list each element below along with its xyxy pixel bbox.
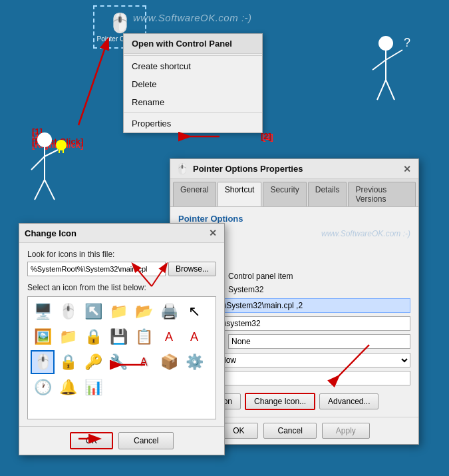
change-icon-dialog: Change Icon ✕ Look for icons in this fil… [19, 223, 225, 455]
context-menu-divider-2 [124, 113, 262, 113]
change-icon-close-button[interactable]: ✕ [207, 227, 219, 239]
props-location-value: System32 [228, 285, 263, 294]
context-menu-properties[interactable]: Properties [124, 115, 262, 132]
ci-icon-14[interactable]: 🖱️ [31, 350, 55, 374]
watermark-top: www.SoftwareOK.com :-) [133, 12, 252, 23]
ci-icon-23[interactable]: 📊 [81, 375, 105, 399]
tab-details[interactable]: Details [308, 182, 347, 206]
ci-icon-6[interactable]: ↖ [182, 300, 206, 324]
ci-icon-12[interactable]: A [157, 325, 181, 349]
ci-icon-1[interactable]: 🖱️ [56, 300, 80, 324]
ci-icon-11[interactable]: 📋 [132, 325, 156, 349]
props-shortcut-input[interactable] [228, 334, 410, 349]
props-title-text: Pointer Options Properties [193, 164, 303, 174]
ci-icon-0[interactable]: 🖥️ [31, 300, 55, 324]
svg-line-7 [35, 180, 45, 200]
ci-icon-10[interactable]: 💾 [106, 325, 130, 349]
context-menu-create-shortcut[interactable]: Create shortcut [124, 57, 262, 75]
annotation-1-label: [1] [32, 126, 43, 136]
svg-line-2 [31, 156, 45, 170]
props-close-button[interactable]: ✕ [401, 163, 413, 175]
ci-ok-button[interactable]: OK [70, 432, 113, 449]
ci-icon-2[interactable]: ↖️ [81, 300, 105, 324]
ci-icon-22[interactable]: 🔔 [56, 375, 80, 399]
tab-shortcut[interactable]: Shortcut [218, 182, 262, 206]
ci-icon-13[interactable]: A [182, 325, 206, 349]
ci-icons-label: Select an icon from the list below: [27, 283, 216, 292]
change-icon-titlebar: Change Icon ✕ [19, 224, 224, 243]
ci-browse-button[interactable]: Browse... [168, 262, 216, 276]
annotation-1-sub-label: [Right-Click] [32, 136, 83, 146]
ci-icon-7[interactable]: 🖼️ [31, 325, 55, 349]
props-title-left: 🖱️ Pointer Options Properties [176, 162, 303, 175]
ci-icon-18[interactable]: A [132, 350, 156, 374]
svg-line-12 [386, 50, 402, 60]
change-icon-body: Look for icons in this file: Browse... S… [19, 243, 224, 426]
ci-cancel-button[interactable]: Cancel [118, 432, 174, 449]
change-icon-title: Change Icon [25, 228, 76, 238]
ci-icon-5[interactable]: 🖨️ [157, 300, 181, 324]
svg-line-14 [377, 80, 386, 100]
ci-file-label: Look for icons in this file: [27, 250, 216, 259]
context-menu: Open with Control Panel Create shortcut … [123, 33, 263, 133]
tab-previous-versions[interactable]: Previous Versions [348, 182, 416, 206]
props-titlebar: 🖱️ Pointer Options Properties ✕ [170, 159, 418, 179]
ci-input-row: Browse... [27, 262, 216, 276]
ci-icons-grid: 🖥️ 🖱️ ↖️ 📁 📂 🖨️ ↖ 🖼️ 📁 🔒 💾 📋 A A 🖱️ 🔒 🔑 … [27, 296, 216, 419]
ci-icon-9[interactable]: 🔒 [81, 325, 105, 349]
props-apply-button[interactable]: Apply [322, 423, 370, 439]
ci-icon-8[interactable]: 📁 [56, 325, 80, 349]
context-menu-divider-1 [124, 55, 262, 56]
svg-point-9 [379, 37, 392, 50]
ci-icon-21[interactable]: 🕐 [31, 375, 55, 399]
context-menu-delete[interactable]: Delete [124, 75, 262, 93]
tab-security[interactable]: Security [263, 182, 306, 206]
ci-icon-3[interactable]: 📁 [106, 300, 130, 324]
change-icon-button[interactable]: Change Icon... [245, 393, 315, 410]
svg-line-3 [45, 150, 58, 156]
props-section-title: Pointer Options [178, 214, 410, 224]
ci-icon-19[interactable]: 📦 [157, 350, 181, 374]
ci-file-input[interactable] [27, 262, 166, 276]
svg-line-16 [78, 40, 108, 125]
ci-icon-16[interactable]: 🔑 [81, 350, 105, 374]
ci-footer: OK Cancel [19, 426, 224, 455]
svg-text:?: ? [404, 36, 410, 49]
context-menu-rename[interactable]: Rename [124, 93, 262, 111]
ci-icon-20[interactable]: ⚙️ [182, 350, 206, 374]
props-cancel-button[interactable]: Cancel [263, 423, 316, 439]
desktop-icon-image: 🖱️ [108, 12, 132, 34]
props-titlebar-icon: 🖱️ [176, 162, 189, 175]
tab-general[interactable]: General [173, 182, 216, 206]
svg-line-11 [373, 60, 386, 70]
ci-icon-17[interactable]: 🔧 [106, 350, 130, 374]
ci-icon-4[interactable]: 📂 [132, 300, 156, 324]
props-type-value: Control panel item [228, 272, 293, 281]
ci-icon-15[interactable]: 🔒 [56, 350, 80, 374]
context-menu-header[interactable]: Open with Control Panel [124, 34, 262, 54]
svg-line-15 [386, 80, 394, 100]
advanced-button[interactable]: Advanced... [319, 393, 378, 409]
svg-line-8 [45, 180, 55, 200]
props-tabs: General Shortcut Security Details Previo… [170, 179, 418, 207]
props-ok-button[interactable]: OK [219, 423, 258, 439]
